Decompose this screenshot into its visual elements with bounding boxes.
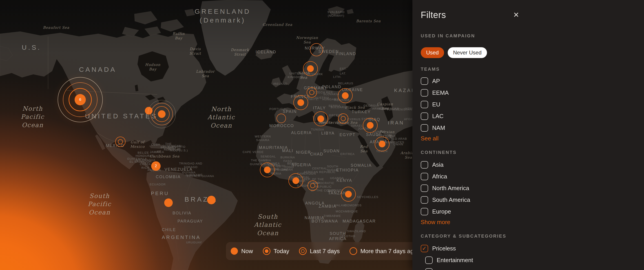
map-label: COLOMBIA <box>156 174 180 180</box>
marker-core <box>264 167 271 173</box>
marker-count: 2 <box>155 164 157 168</box>
map-label: SLOVAKIA <box>323 92 339 96</box>
map-label: Gulf of Mexico <box>130 140 145 149</box>
checkbox-icon[interactable] <box>425 268 433 270</box>
map-label: North Atlantic Ocean <box>208 105 235 129</box>
map-label: IRELAND <box>273 82 287 86</box>
continent-checkbox-row[interactable]: North America <box>421 182 470 194</box>
map-label: WESTERN SAHARA <box>255 135 271 142</box>
map-label: GHANA <box>282 168 293 172</box>
continent-checkbox-row[interactable]: Africa <box>421 171 470 182</box>
team-checkbox-row[interactable]: LAC <box>421 110 449 122</box>
map-label: ZIMBABWE <box>324 214 341 218</box>
continents-list: Asia Africa North America South America … <box>421 159 470 217</box>
filters-panel: Filters ✕ USED IN CAMPAIGN Used Never Us… <box>412 0 644 270</box>
checkbox-icon[interactable] <box>421 245 428 252</box>
marker-inner-ring <box>309 90 314 95</box>
map-label: SWITZ. <box>308 97 319 101</box>
team-checkbox-row[interactable]: EEMA <box>421 87 449 98</box>
checkbox-label: Europe <box>432 208 451 215</box>
checkbox-icon[interactable] <box>421 89 428 96</box>
checkbox-icon[interactable] <box>421 124 428 132</box>
map-label: ARGENTINA <box>162 234 200 241</box>
checkbox-icon[interactable] <box>421 101 428 108</box>
map-label: Barents Sea <box>356 19 380 23</box>
close-icon[interactable]: ✕ <box>511 10 521 20</box>
legend-marker-dot <box>265 249 268 253</box>
map-label: SVALBARD (NORWAY) <box>328 10 344 18</box>
team-checkbox-row[interactable]: NAM <box>421 122 449 134</box>
checkbox-icon[interactable] <box>425 256 433 264</box>
show-more-link[interactable]: Show more <box>421 219 450 226</box>
map-label: GUATEMALA <box>127 157 147 161</box>
continent-checkbox-row[interactable]: Europe <box>421 206 470 217</box>
map-label: BULGARIA <box>331 105 347 109</box>
map-label: UGANDA <box>330 176 344 180</box>
checkbox-label: Asia <box>432 161 444 168</box>
map-label: URUGUAY <box>186 241 202 244</box>
used-pill[interactable]: Used <box>421 47 444 58</box>
checkbox-icon[interactable] <box>421 208 428 215</box>
marker-inner-ring <box>310 43 323 56</box>
team-checkbox-row[interactable]: EU <box>421 98 449 110</box>
map-label: HUNGARY <box>322 98 338 101</box>
map-label: MOZAMBIQUE <box>336 210 358 213</box>
map-label: FINLAND <box>336 51 356 56</box>
checkbox-icon[interactable] <box>421 77 428 85</box>
team-checkbox-row[interactable]: AP <box>421 75 449 87</box>
checkbox-icon[interactable] <box>421 196 428 204</box>
checkbox-label: Africa <box>432 173 447 180</box>
section-header-continents: CONTINENTS <box>421 150 457 155</box>
marker-core <box>345 191 352 198</box>
checkbox-icon[interactable] <box>421 161 428 169</box>
checkbox-icon[interactable] <box>421 173 428 180</box>
marker-core <box>307 65 314 72</box>
map-label: Davis Strait <box>189 47 201 56</box>
map-label: MADAGASCAR <box>342 219 376 224</box>
map-label: SOUTH SUDAN <box>327 165 338 172</box>
map-label: ECUADOR <box>150 183 166 186</box>
legend-label: More than 7 days ago <box>360 248 417 255</box>
checkbox-label: NAM <box>432 124 445 131</box>
map-label: CHILE <box>162 227 176 232</box>
map-label: Beaufort Sea <box>43 26 70 30</box>
app-root: Beaufort SeaNorth Pacific OceanSouth Pac… <box>0 0 644 270</box>
category-checkbox-row[interactable]: Entertainment <box>425 254 473 266</box>
legend-label: Last 7 days <box>310 248 340 255</box>
checkbox-icon[interactable] <box>421 112 428 120</box>
continent-checkbox-row[interactable]: Asia <box>421 159 470 171</box>
legend-item: Today <box>263 247 289 255</box>
map-label: BOLIVIA <box>172 211 192 216</box>
continent-checkbox-row[interactable]: South America <box>421 194 470 206</box>
map-label: Red Sea <box>360 145 368 154</box>
map-label: ETHIOPIA <box>336 168 359 173</box>
map-label: Black Sea <box>345 105 365 110</box>
checkbox-label: North America <box>432 185 469 192</box>
map-label: CUBA <box>151 143 160 147</box>
map-label: LITH. <box>333 75 342 79</box>
map-label: JAMAICA <box>150 150 164 154</box>
legend-marker-dot <box>301 249 304 253</box>
map-label: GREENLAND (Denmark) <box>194 7 251 25</box>
map-label: NIGER <box>296 150 311 155</box>
checkbox-label: LAC <box>432 113 444 120</box>
category-checkbox-row[interactable] <box>425 266 473 270</box>
map-label: Caribbean Sea <box>150 154 180 159</box>
map-label: COMOROS <box>344 204 362 207</box>
map-label: SWAZILAND <box>347 229 366 233</box>
marker-core: 2 <box>151 161 160 171</box>
map-label: South Pacific Ocean <box>88 192 112 216</box>
campaign-toggle: Used Never Used <box>421 47 487 58</box>
map-label: SEYCHELLES <box>357 195 378 199</box>
map-label: ERITREA <box>340 152 354 156</box>
never-used-pill[interactable]: Never Used <box>448 47 487 58</box>
checkbox-label: Priceless <box>432 245 456 252</box>
marker-core <box>367 122 374 129</box>
category-checkbox-row[interactable]: Priceless <box>421 242 473 254</box>
see-all-link[interactable]: See all <box>421 135 439 142</box>
marker-core <box>207 196 216 204</box>
map-label: ITALY <box>313 105 326 111</box>
map-label: CHAD <box>310 152 323 157</box>
checkbox-icon[interactable] <box>421 185 428 192</box>
checkbox-label: South America <box>432 196 470 203</box>
